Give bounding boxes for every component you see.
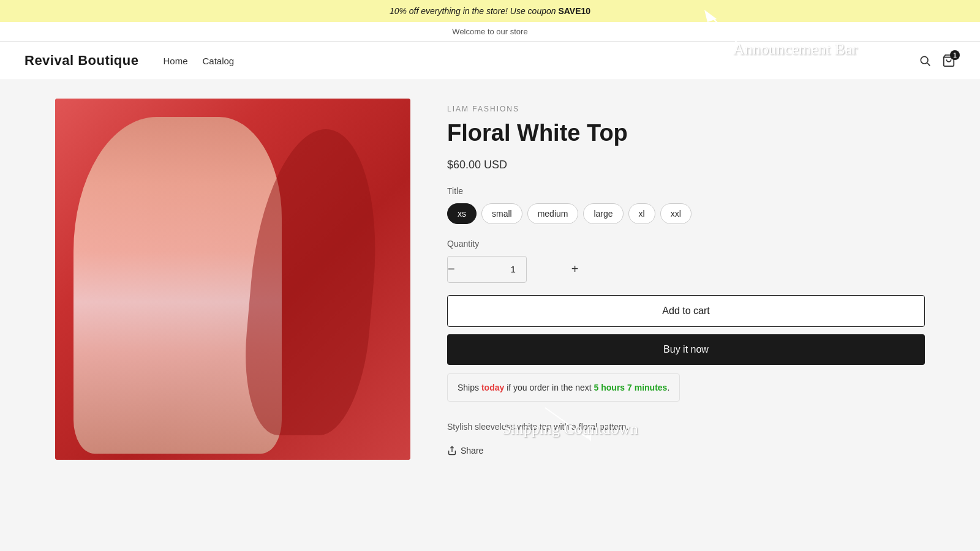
ships-today: today bbox=[481, 383, 504, 392]
search-icon bbox=[919, 54, 931, 67]
shipping-countdown: Ships today if you order in the next 5 h… bbox=[447, 373, 680, 402]
main-content: LIAM FASHIONS Floral White Top $60.00 US… bbox=[31, 80, 949, 478]
buy-now-button[interactable]: Buy it now bbox=[447, 334, 925, 365]
shipping-if-text: if you order in the next bbox=[507, 383, 592, 392]
plus-icon: + bbox=[571, 262, 579, 276]
product-image-bg bbox=[55, 99, 410, 460]
size-options: xs small medium large xl xxl bbox=[447, 203, 925, 224]
cart-count: 1 bbox=[950, 50, 960, 60]
header: Revival Boutique Home Catalog 1 bbox=[0, 42, 980, 80]
announcement-middle: everything in the store! Use coupon bbox=[421, 6, 556, 16]
share-button[interactable]: Share bbox=[447, 446, 483, 455]
welcome-bar: Welcome to our store bbox=[0, 22, 980, 42]
announcement-bar: 10% off everything in the store! Use cou… bbox=[0, 0, 980, 22]
share-icon bbox=[447, 446, 457, 455]
header-icons: 1 bbox=[919, 54, 956, 67]
cart-button[interactable]: 1 bbox=[942, 54, 956, 67]
quantity-control: − + bbox=[447, 256, 527, 283]
size-medium[interactable]: medium bbox=[527, 203, 579, 224]
nav: Home Catalog bbox=[163, 56, 234, 66]
product-image bbox=[55, 99, 410, 460]
shipping-period: . bbox=[667, 383, 669, 392]
quantity-decrease-button[interactable]: − bbox=[448, 257, 455, 282]
product-details: LIAM FASHIONS Floral White Top $60.00 US… bbox=[447, 99, 925, 460]
share-label: Share bbox=[461, 446, 483, 455]
size-xl[interactable]: xl bbox=[628, 203, 655, 224]
size-xxl[interactable]: xxl bbox=[660, 203, 692, 224]
person-figure bbox=[74, 117, 282, 454]
countdown-time: 5 hours 7 minutes bbox=[594, 383, 668, 392]
nav-home[interactable]: Home bbox=[163, 56, 187, 66]
svg-line-1 bbox=[927, 63, 930, 66]
announcement-discount: 10% off bbox=[390, 6, 418, 16]
quantity-increase-button[interactable]: + bbox=[571, 257, 579, 282]
brand-name: LIAM FASHIONS bbox=[447, 105, 925, 113]
size-option-label: Title bbox=[447, 186, 925, 196]
product-image-container bbox=[55, 99, 410, 460]
size-xs[interactable]: xs bbox=[447, 203, 477, 224]
search-button[interactable] bbox=[919, 54, 931, 67]
size-small[interactable]: small bbox=[481, 203, 522, 224]
minus-icon: − bbox=[448, 262, 455, 276]
size-large[interactable]: large bbox=[583, 203, 623, 224]
ships-label: Ships bbox=[458, 383, 479, 392]
product-price: $60.00 USD bbox=[447, 159, 925, 171]
nav-catalog[interactable]: Catalog bbox=[203, 56, 235, 66]
shipping-countdown-label: Shipping Countdown bbox=[502, 420, 638, 438]
quantity-label: Quantity bbox=[447, 239, 925, 249]
logo: Revival Boutique bbox=[24, 53, 138, 69]
welcome-text: Welcome to our store bbox=[452, 27, 527, 36]
product-title: Floral White Top bbox=[447, 119, 925, 148]
quantity-input[interactable] bbox=[455, 264, 571, 274]
svg-point-0 bbox=[921, 56, 928, 64]
add-to-cart-button[interactable]: Add to cart bbox=[447, 295, 925, 327]
coupon-code: SAVE10 bbox=[558, 6, 590, 16]
